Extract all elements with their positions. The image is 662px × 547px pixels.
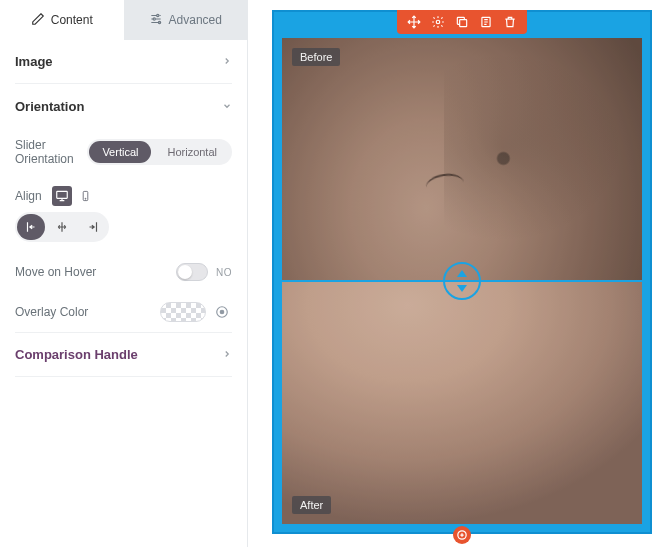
align-label: Align: [15, 189, 42, 203]
section-orientation[interactable]: Orientation: [15, 84, 232, 128]
svg-point-8: [436, 20, 440, 24]
svg-rect-3: [56, 191, 67, 198]
move-on-hover-state: NO: [216, 267, 232, 278]
widget-toolbar: [397, 10, 527, 34]
align-center-button[interactable]: [48, 214, 76, 240]
widget-frame[interactable]: Before After: [272, 10, 652, 534]
add-widget-button[interactable]: [453, 526, 471, 544]
slider-orientation-label: Slider Orientation: [15, 138, 87, 166]
tab-advanced[interactable]: Advanced: [124, 0, 248, 40]
chevron-right-icon: [222, 54, 232, 69]
comparison-widget: Before After: [282, 38, 642, 524]
sliders-icon: [149, 12, 163, 29]
svg-point-0: [156, 14, 158, 16]
gear-icon[interactable]: [431, 15, 445, 29]
move-icon[interactable]: [407, 15, 421, 29]
copy-icon[interactable]: [479, 15, 493, 29]
tab-content[interactable]: Content: [0, 0, 124, 40]
overlay-color-swatch[interactable]: [160, 302, 206, 322]
align-left-button[interactable]: [17, 214, 45, 240]
duplicate-icon[interactable]: [455, 15, 469, 29]
trash-icon[interactable]: [503, 15, 517, 29]
section-image[interactable]: Image: [15, 40, 232, 84]
section-orientation-title: Orientation: [15, 99, 84, 114]
chevron-down-icon: [222, 99, 232, 114]
before-badge: Before: [292, 48, 340, 66]
svg-point-5: [85, 198, 86, 199]
tab-advanced-label: Advanced: [169, 13, 222, 27]
align-right-button[interactable]: [79, 214, 107, 240]
align-toggle: [15, 212, 109, 242]
color-picker-icon[interactable]: [212, 302, 232, 322]
section-comparison-handle[interactable]: Comparison Handle: [15, 333, 232, 377]
svg-rect-9: [460, 20, 467, 27]
after-image: [282, 281, 642, 524]
section-comparison-title: Comparison Handle: [15, 347, 138, 362]
move-on-hover-toggle[interactable]: [176, 263, 208, 281]
pencil-icon: [31, 12, 45, 29]
overlay-color-label: Overlay Color: [15, 305, 88, 319]
svg-point-1: [153, 17, 155, 19]
comparison-handle[interactable]: [443, 262, 481, 300]
device-desktop-icon[interactable]: [52, 186, 72, 206]
slider-orientation-toggle: Vertical Horizontal: [87, 139, 232, 165]
device-mobile-icon[interactable]: [76, 186, 96, 206]
chevron-right-icon: [222, 347, 232, 362]
section-image-title: Image: [15, 54, 53, 69]
tab-content-label: Content: [51, 13, 93, 27]
orientation-vertical-button[interactable]: Vertical: [89, 141, 151, 163]
after-badge: After: [292, 496, 331, 514]
svg-point-7: [220, 310, 224, 314]
orientation-horizontal-button[interactable]: Horizontal: [154, 141, 230, 163]
hover-label: Move on Hover: [15, 265, 96, 279]
